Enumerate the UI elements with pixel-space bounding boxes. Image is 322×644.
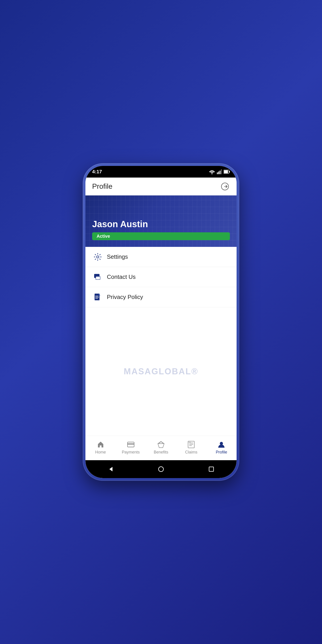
svg-rect-31: [209, 467, 214, 471]
person-icon: [217, 440, 226, 448]
svg-rect-7: [229, 171, 230, 173]
nav-item-claims[interactable]: Claims: [182, 440, 200, 454]
menu-section: Settings Contact Us: [86, 247, 236, 436]
user-name: Jason Austin: [92, 219, 230, 229]
svg-marker-19: [158, 442, 164, 448]
brand-watermark: MASAGLOBAL®: [86, 307, 236, 436]
home-button[interactable]: [157, 465, 165, 473]
logout-icon: [221, 182, 229, 190]
svg-rect-12: [96, 276, 100, 279]
hero-section: Jason Austin Active: [86, 196, 236, 247]
signal-icon: [217, 169, 222, 174]
status-badge: Active: [92, 232, 230, 240]
recents-button[interactable]: [207, 465, 215, 473]
svg-rect-27: [188, 442, 191, 443]
home-icon: [96, 440, 105, 448]
nav-item-benefits[interactable]: Benefits: [152, 440, 170, 454]
nav-item-payments[interactable]: Payments: [122, 440, 140, 454]
nav-item-profile[interactable]: Profile: [212, 440, 230, 454]
contact-label: Contact Us: [107, 274, 136, 280]
menu-item-privacy[interactable]: Privacy Policy: [86, 287, 236, 307]
profile-label: Profile: [216, 450, 227, 454]
svg-point-0: [212, 173, 213, 174]
payments-label: Payments: [122, 450, 140, 454]
nav-item-home[interactable]: Home: [92, 440, 110, 454]
app-header: Profile: [86, 178, 236, 196]
svg-rect-18: [128, 444, 134, 444]
phone-screen: 4:17: [86, 166, 236, 478]
status-time: 4:17: [92, 169, 102, 175]
menu-item-settings[interactable]: Settings: [86, 247, 236, 267]
svg-rect-1: [217, 172, 218, 174]
status-bar: 4:17: [86, 166, 236, 178]
svg-marker-29: [109, 467, 112, 471]
home-label: Home: [95, 450, 106, 454]
menu-item-contact[interactable]: Contact Us: [86, 267, 236, 287]
brand-text: MASAGLOBAL®: [124, 367, 198, 376]
battery-icon: [224, 170, 230, 174]
gear-icon: [92, 251, 103, 262]
svg-rect-2: [218, 172, 219, 174]
status-icons: [209, 169, 230, 174]
list-icon: [187, 440, 195, 448]
privacy-label: Privacy Policy: [107, 294, 143, 300]
settings-label: Settings: [107, 253, 128, 260]
svg-rect-4: [221, 169, 222, 174]
document-icon: [92, 292, 103, 303]
page-title: Profile: [92, 182, 112, 190]
svg-point-9: [96, 256, 99, 258]
card-icon: [127, 440, 135, 448]
svg-point-30: [158, 467, 164, 472]
android-nav: [86, 460, 236, 478]
phone-device: 4:17: [83, 163, 239, 481]
logout-button[interactable]: [220, 182, 230, 192]
bottom-nav: Home Payments: [86, 436, 236, 460]
claims-label: Claims: [185, 450, 198, 454]
wifi-icon: [209, 169, 215, 174]
svg-point-28: [220, 442, 223, 445]
diamond-icon: [157, 440, 165, 448]
chat-icon: [92, 272, 103, 283]
svg-rect-6: [224, 170, 228, 173]
back-button[interactable]: [107, 465, 115, 473]
svg-rect-3: [220, 170, 220, 174]
benefits-label: Benefits: [154, 450, 168, 454]
